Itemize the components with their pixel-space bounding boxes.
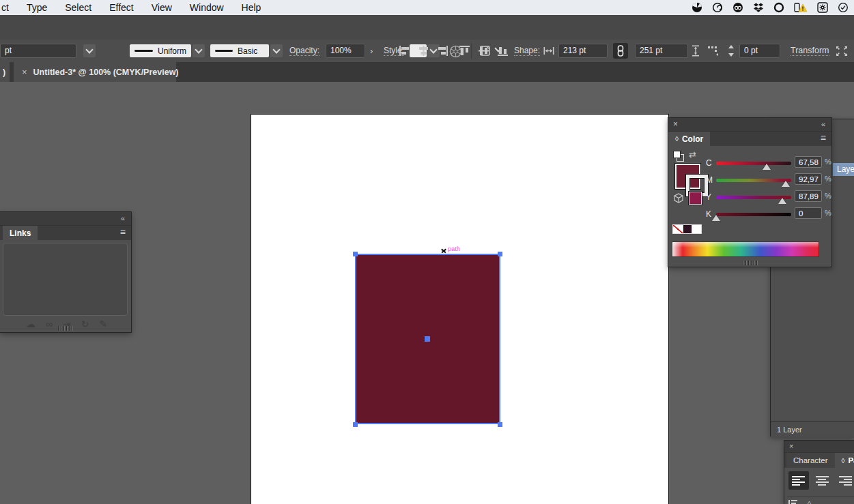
tab-color[interactable]: ◊ Color — [668, 132, 710, 146]
corner-stepper[interactable] — [727, 45, 735, 57]
panel-menu-icon[interactable]: ≡ — [120, 226, 126, 237]
none-swatch[interactable] — [672, 224, 683, 234]
chevron-down-icon — [429, 46, 437, 53]
link-cloud-icon[interactable]: ☁ — [26, 318, 35, 329]
black-slider-thumb[interactable] — [712, 215, 720, 221]
yellow-slider-row: Y 87,89 % — [668, 190, 831, 207]
selection-handle-bottom-left[interactable] — [353, 422, 358, 427]
battery-warning-icon[interactable] — [794, 2, 808, 13]
panel-resize-grip[interactable] — [58, 326, 73, 331]
magenta-label: M — [706, 175, 713, 185]
white-swatch[interactable] — [692, 224, 702, 234]
collapse-icon[interactable]: « — [121, 212, 125, 225]
circle-menu-icon[interactable] — [773, 2, 784, 13]
profile-dropdown[interactable] — [193, 44, 205, 57]
stepper-toggle-icon[interactable]: ◊ — [808, 500, 811, 504]
shape-width-field[interactable]: 213 pt — [558, 44, 608, 58]
menu-object[interactable]: ct — [1, 2, 9, 13]
cyan-unit: % — [825, 158, 831, 166]
opacity-label[interactable]: Opacity: — [289, 46, 319, 56]
update-link-icon[interactable]: ↻ — [81, 318, 89, 329]
opacity-field[interactable]: 100% — [326, 44, 365, 58]
color-tab-label: Color — [682, 134, 703, 144]
align-left-button[interactable] — [788, 471, 809, 490]
cyan-slider-thumb[interactable] — [763, 164, 771, 170]
magenta-slider-thumb[interactable] — [782, 181, 790, 187]
edit-original-icon[interactable]: ✎ — [99, 318, 107, 329]
document-tab-partial[interactable]: ) — [0, 62, 10, 82]
align-right-icon[interactable] — [437, 45, 449, 57]
indent-left-icon[interactable] — [788, 500, 798, 504]
pie-menu-icon[interactable] — [692, 2, 702, 13]
menu-window[interactable]: Window — [190, 2, 224, 13]
links-list-empty[interactable] — [3, 243, 128, 316]
creative-cloud-icon[interactable] — [732, 2, 743, 13]
collapse-icon[interactable]: « — [821, 118, 825, 131]
layer-count: 1 Layer — [777, 426, 802, 434]
align-top-icon[interactable] — [459, 45, 470, 57]
layer-name-edit-field[interactable]: Layer — [833, 163, 854, 176]
quick-swatches — [672, 224, 702, 234]
panel-menu-icon[interactable]: ≡ — [821, 132, 826, 143]
fan-menu-icon[interactable] — [817, 2, 828, 13]
align-h-center-icon[interactable] — [418, 45, 429, 57]
variable-width-profile-combo[interactable]: Uniform — [130, 44, 191, 57]
document-tab-active[interactable]: × Untitled-3* @ 100% (CMYK/Preview) — [14, 62, 176, 82]
tab-character[interactable]: Character — [786, 453, 835, 468]
tab-paragraph[interactable]: ◊ Parag — [835, 453, 854, 468]
yellow-slider-thumb[interactable] — [778, 198, 786, 204]
partial-tab-label: ) — [3, 68, 5, 77]
stroke-weight-dropdown[interactable] — [83, 44, 96, 57]
menu-type[interactable]: Type — [27, 2, 47, 13]
tab-close-icon[interactable]: × — [22, 67, 27, 77]
link-chain-icon[interactable]: ∞ — [46, 318, 53, 329]
cyan-value-field[interactable]: 67,58 — [795, 156, 822, 168]
corner-radius-field[interactable]: 0 pt — [739, 44, 780, 58]
panel-resize-grip[interactable] — [743, 261, 758, 265]
transform-expand-icon[interactable] — [836, 46, 848, 57]
cyan-slider-track[interactable] — [716, 162, 791, 165]
menu-effect[interactable]: Effect — [109, 2, 134, 13]
brush-value: Basic — [238, 46, 257, 56]
panel-toggle-icon[interactable]: ◊ — [842, 457, 845, 464]
brush-definition-combo[interactable]: Basic — [210, 44, 269, 57]
black-slider-track[interactable] — [716, 213, 791, 216]
black-value-field[interactable]: 0 — [795, 207, 822, 219]
yellow-value-field[interactable]: 87,89 — [795, 190, 822, 202]
dropbox-icon[interactable] — [753, 2, 764, 13]
link-dimensions-button[interactable] — [613, 43, 628, 59]
current-color-swatch[interactable] — [683, 224, 692, 234]
shape-height-field[interactable]: 251 pt — [635, 44, 688, 58]
application-frame — [0, 15, 854, 40]
check-circle-menu-icon[interactable] — [838, 2, 849, 13]
brush-dropdown[interactable] — [270, 44, 283, 57]
close-icon[interactable]: × — [789, 441, 793, 452]
shape-label[interactable]: Shape: — [514, 46, 540, 56]
selection-center-point[interactable] — [425, 336, 430, 342]
tab-links[interactable]: Links — [3, 226, 38, 240]
color-spectrum-bar[interactable] — [672, 241, 819, 257]
cyan-label: C — [706, 158, 712, 168]
align-center-button[interactable] — [812, 471, 832, 490]
selection-handle-bottom-right[interactable] — [498, 422, 502, 427]
selection-handle-top-right[interactable] — [498, 252, 502, 256]
stroke-weight-field[interactable]: pt — [0, 44, 76, 58]
corner-radius-icon[interactable] — [707, 46, 720, 57]
transform-link[interactable]: Transform — [791, 46, 829, 56]
spiral-menu-icon[interactable] — [712, 2, 723, 13]
align-right-button[interactable] — [835, 471, 854, 490]
close-icon[interactable]: × — [673, 118, 678, 131]
menu-select[interactable]: Select — [65, 2, 91, 13]
magenta-slider-track[interactable] — [716, 179, 791, 182]
align-bottom-icon[interactable] — [497, 45, 509, 57]
menu-view[interactable]: View — [152, 2, 172, 13]
black-slider-row: K 0 % — [668, 207, 831, 224]
selection-handle-top-left[interactable] — [353, 252, 358, 256]
panel-toggle-icon[interactable]: ◊ — [675, 135, 679, 143]
menu-help[interactable]: Help — [242, 2, 261, 13]
align-left-icon[interactable] — [399, 45, 410, 57]
magenta-value-field[interactable]: 92,97 — [795, 173, 822, 185]
opacity-more-button[interactable]: › — [370, 46, 373, 56]
indent-controls-partial: ◊ — [788, 500, 811, 504]
align-v-center-icon[interactable] — [478, 45, 489, 57]
